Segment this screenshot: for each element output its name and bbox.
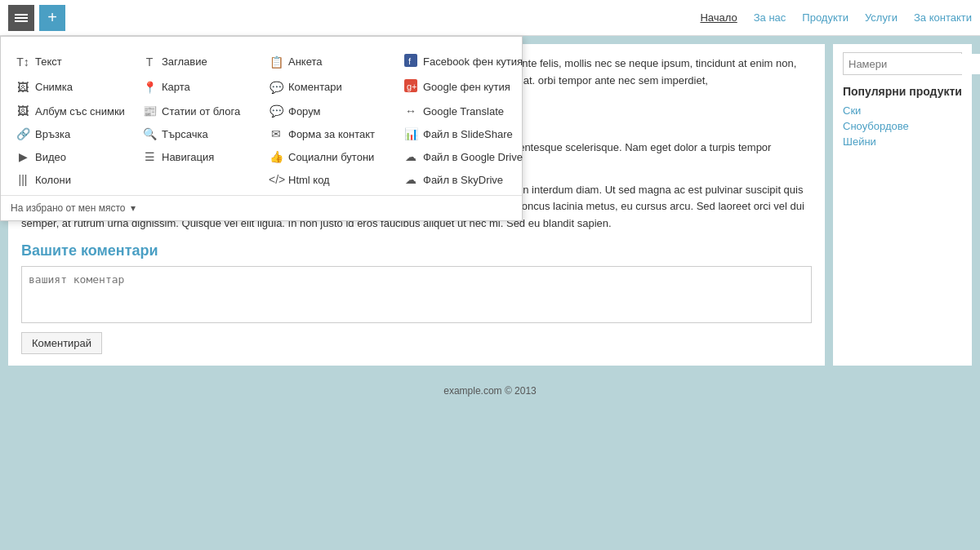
menu-item-survey[interactable]: 📋 Анкета [262,50,397,73]
image-icon: 🖼 [16,81,30,94]
menu-item-facebook[interactable]: f Facebook фен кутия [397,50,540,73]
hamburger-button[interactable] [8,5,34,31]
text-icon: T↕ [16,55,30,69]
top-nav: + Начало За нас Продукти Услуги За конта… [0,0,980,36]
skydrive-icon: ☁ [403,173,418,186]
menu-item-heading[interactable]: T Заглавие [136,50,262,73]
menu-item-slideshare[interactable]: 📊 Файл в SlideShare [397,123,540,144]
sidebar: 🔍 Популярни продукти Ски Сноубордове Шей… [833,44,972,366]
menu-item-empty [136,169,262,190]
menu-item-contact[interactable]: ✉ Форма за контакт [262,123,397,144]
menu-item-map[interactable]: 📍 Карта [136,75,262,99]
sidebar-link-sled[interactable]: Шейни [843,135,962,148]
footer-label: На избрано от мен място [11,202,126,214]
contact-icon: ✉ [269,127,283,140]
menu-item-comments[interactable]: 💬 Коментари [262,75,397,99]
html-icon: </> [269,173,283,186]
menu-item-image[interactable]: 🖼 Снимка [9,75,136,99]
map-icon: 📍 [142,81,157,94]
page-footer: example.com © 2013 [0,374,980,408]
svg-text:g+: g+ [407,82,417,91]
nav-services[interactable]: Услуги [865,11,898,24]
social-icon: 👍 [269,150,283,163]
menu-item-google-fan[interactable]: g+ Google фен кутия [397,75,540,99]
album-icon: 🖼 [16,104,30,118]
svg-rect-2 [15,20,28,22]
menu-item-video[interactable]: ▶ Видео [9,146,136,167]
add-button[interactable]: + [39,5,65,31]
search-bar: 🔍 [843,52,962,75]
forum-icon: 💬 [269,104,283,118]
sidebar-link-snowboard[interactable]: Сноубордове [843,120,962,132]
translate-icon: ↔ [403,104,418,118]
comment-button[interactable]: Коментирай [21,332,102,354]
search-widget-icon: 🔍 [142,127,157,140]
footer-text: example.com © 2013 [443,385,537,397]
svg-rect-0 [15,14,28,16]
facebook-icon: f [403,54,418,69]
menu-item-translate[interactable]: ↔ Google Translate [397,100,540,122]
link-icon: 🔗 [16,127,30,140]
columns-icon: ||| [16,173,30,186]
sidebar-link-ski[interactable]: Ски [843,104,962,117]
google-fan-icon: g+ [403,79,418,95]
menu-item-forum[interactable]: 💬 Форум [262,100,397,122]
dropdown-grid: T↕ Текст T Заглавие 📋 Анкета f Facebook … [1,45,522,195]
heading-icon: T [142,55,157,69]
sidebar-section-title: Популярни продукти [843,85,962,98]
menu-item-skydrive[interactable]: ☁ Файл в SkyDrive [397,169,540,190]
nav-about[interactable]: За нас [754,11,786,24]
nav-links: Начало За нас Продукти Услуги За контакт… [700,11,972,24]
comment-textarea[interactable] [21,266,812,323]
nav-contact[interactable]: За контакти [914,11,972,24]
slideshare-icon: 📊 [403,127,418,140]
menu-item-html[interactable]: </> Html код [262,169,397,190]
nav-products[interactable]: Продукти [802,11,849,24]
comments-title: Вашите коментари [21,242,812,259]
comments-icon: 💬 [269,81,283,94]
svg-rect-1 [15,17,28,19]
footer-arrow[interactable]: ▾ [131,202,136,214]
dropdown-footer: На избрано от мен място ▾ [1,195,522,220]
menu-item-search[interactable]: 🔍 Търсачка [136,123,262,144]
menu-item-columns[interactable]: ||| Колони [9,169,136,190]
menu-item-social[interactable]: 👍 Социални бутони [262,146,397,167]
survey-icon: 📋 [269,55,283,69]
blog-icon: 📰 [142,104,157,118]
search-input[interactable] [844,54,980,74]
menu-icon [15,11,28,24]
video-icon: ▶ [16,150,30,163]
googledrive-icon: ☁ [403,150,418,163]
dropdown-menu: T↕ Текст T Заглавие 📋 Анкета f Facebook … [0,36,523,221]
menu-item-text[interactable]: T↕ Текст [9,50,136,73]
nav-home[interactable]: Начало [700,11,737,24]
menu-item-blog[interactable]: 📰 Статии от блога [136,100,262,122]
menu-item-album[interactable]: 🖼 Албум със снимки [9,100,136,122]
navigation-icon: ☰ [142,150,157,163]
menu-item-googledrive[interactable]: ☁ Файл в Google Drive [397,146,540,167]
menu-item-navigation[interactable]: ☰ Навигация [136,146,262,167]
menu-item-link[interactable]: 🔗 Връзка [9,123,136,144]
